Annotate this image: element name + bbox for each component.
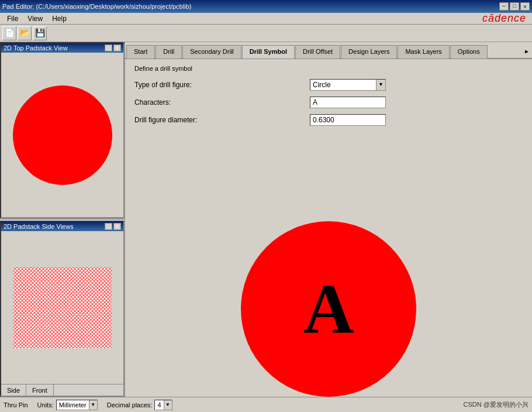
decimal-arrow[interactable]: ▼ — [164, 400, 172, 410]
top-padstack-close[interactable]: ✕ — [113, 44, 121, 52]
drill-figure-arrow[interactable]: ▼ — [376, 80, 385, 90]
characters-input[interactable] — [310, 97, 386, 108]
decimal-label: Decimal places: — [107, 401, 153, 408]
form-group-title: Define a drill symbol — [134, 65, 523, 72]
drill-figure-value: Circle — [310, 80, 376, 90]
units-select[interactable]: Millimeter ▼ — [56, 400, 98, 410]
units-label: Units: — [37, 401, 54, 408]
menu-view[interactable]: View — [23, 13, 47, 24]
drill-figure-label: Type of drill figure: — [134, 81, 310, 89]
menu-bar: File View Help cādence — [0, 13, 532, 25]
top-padstack-title: 2D Top Padstack View — [4, 44, 68, 52]
maximize-button[interactable]: □ — [510, 2, 519, 11]
side-padstack-close[interactable]: ✕ — [113, 223, 121, 230]
characters-row: Characters: — [134, 97, 523, 108]
thru-pin-label: Thru Pin — [4, 401, 28, 408]
side-padstack-rect — [13, 267, 112, 349]
units-value: Millimeter — [57, 401, 89, 408]
units-item: Units: Millimeter ▼ — [37, 400, 98, 410]
status-bar: Thru Pin Units: Millimeter ▼ Decimal pla… — [0, 397, 532, 412]
window-title: Pad Editor: (C:/Users/xiaoxing/Desktop/w… — [2, 3, 191, 10]
side-padstack-title: 2D Padstack Side Views — [4, 223, 74, 230]
window-controls: — □ ✕ — [499, 2, 530, 11]
tab-scroll-right[interactable]: ▶ — [521, 44, 532, 58]
decimal-select[interactable]: 4 ▼ — [154, 400, 172, 410]
left-panel: 2D Top Padstack View □ ✕ 2D Padstack Sid… — [0, 42, 125, 397]
preview-character: A — [303, 269, 354, 349]
tab-start[interactable]: Start — [126, 45, 155, 59]
characters-label: Characters: — [134, 98, 310, 107]
side-padstack-controls: □ ✕ — [105, 223, 121, 230]
right-panel: Start Drill Secondary Drill Drill Symbol… — [125, 42, 532, 397]
preview-area: A — [125, 221, 532, 397]
tab-options[interactable]: Options — [450, 45, 488, 59]
decimal-item: Decimal places: 4 ▼ — [107, 400, 172, 410]
form-area: Define a drill symbol Type of drill figu… — [125, 59, 532, 221]
tab-design-layers[interactable]: Design Layers — [341, 45, 397, 59]
tab-drill-symbol[interactable]: Drill Symbol — [242, 45, 295, 59]
diameter-row: Drill figure diameter: — [134, 114, 523, 126]
diameter-label: Drill figure diameter: — [134, 116, 310, 124]
preview-circle: A — [241, 221, 416, 397]
tab-drill-offset[interactable]: Drill Offset — [295, 45, 340, 59]
minimize-button[interactable]: — — [499, 2, 509, 11]
side-padstack-panel: 2D Padstack Side Views □ ✕ Side Front — [0, 221, 125, 397]
new-file-button[interactable]: 📄 — [2, 26, 16, 40]
panel-tabs: Side Front — [1, 384, 123, 396]
side-padstack-titlebar: 2D Padstack Side Views □ ✕ — [1, 222, 123, 231]
units-arrow[interactable]: ▼ — [89, 400, 97, 410]
drill-figure-row: Type of drill figure: Circle ▼ — [134, 79, 523, 91]
diameter-input[interactable] — [310, 114, 386, 126]
toolbar: 📄 📂 💾 — [0, 25, 532, 42]
tab-drill[interactable]: Drill — [156, 45, 182, 59]
side-padstack-content — [1, 231, 123, 384]
tab-front[interactable]: Front — [26, 384, 54, 396]
title-bar: Pad Editor: (C:/Users/xiaoxing/Desktop/w… — [0, 0, 532, 13]
tab-secondary-drill[interactable]: Secondary Drill — [182, 45, 241, 59]
tab-bar: Start Drill Secondary Drill Drill Symbol… — [125, 42, 532, 59]
top-padstack-content — [1, 53, 123, 217]
decimal-value: 4 — [155, 401, 163, 408]
top-padstack-circle — [13, 85, 112, 185]
watermark: CSDN @爱发明的小兴 — [464, 400, 528, 409]
save-file-button[interactable]: 💾 — [33, 26, 47, 40]
top-padstack-controls: □ ✕ — [105, 44, 121, 52]
menu-help[interactable]: Help — [47, 13, 71, 24]
thru-pin-item: Thru Pin — [4, 401, 28, 408]
close-button[interactable]: ✕ — [520, 2, 530, 11]
tab-side[interactable]: Side — [1, 384, 26, 396]
drill-figure-select[interactable]: Circle ▼ — [310, 79, 386, 91]
tab-mask-layers[interactable]: Mask Layers — [398, 45, 449, 59]
top-padstack-panel: 2D Top Padstack View □ ✕ — [0, 42, 125, 218]
open-file-button[interactable]: 📂 — [18, 26, 32, 40]
top-padstack-restore[interactable]: □ — [105, 44, 112, 52]
top-padstack-titlebar: 2D Top Padstack View □ ✕ — [1, 43, 123, 53]
main-area: 2D Top Padstack View □ ✕ 2D Padstack Sid… — [0, 42, 532, 397]
side-padstack-restore[interactable]: □ — [105, 223, 112, 230]
cadence-logo: cādence — [482, 12, 532, 25]
menu-file[interactable]: File — [2, 13, 23, 24]
